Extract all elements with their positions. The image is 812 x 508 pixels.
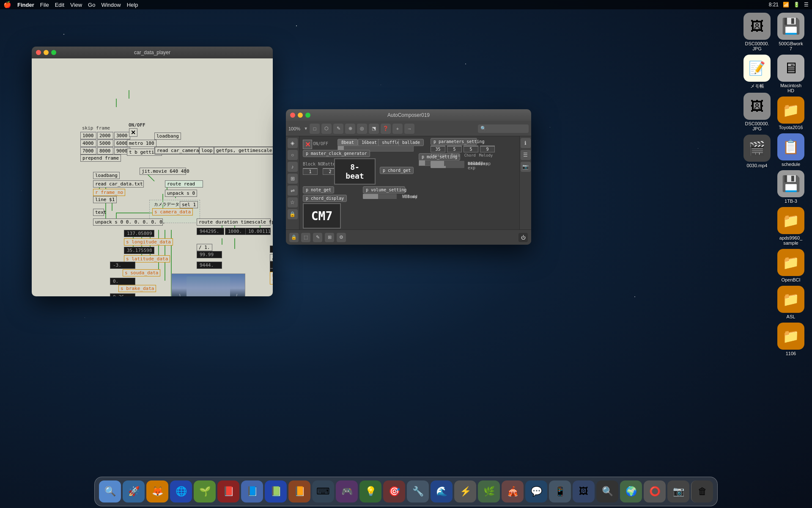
- num-8000[interactable]: 8000: [97, 147, 113, 155]
- dock-app18[interactable]: 💬: [525, 480, 547, 502]
- ac-nav-7[interactable]: 🔒: [288, 209, 298, 219]
- dock-app4[interactable]: 🌱: [194, 480, 216, 502]
- desktop-icon-asl[interactable]: 📁 ASL: [774, 286, 808, 319]
- ac-nav-1[interactable]: ◈: [288, 138, 298, 148]
- getfps[interactable]: getfps, gettimescale, getduration: [214, 146, 273, 155]
- div-0[interactable]: / 0.: [270, 254, 273, 261]
- params-setting[interactable]: p parameters_setting: [431, 138, 477, 145]
- num-2000[interactable]: 2000: [97, 132, 113, 139]
- minimize-button[interactable]: [44, 50, 49, 55]
- r-frame-no[interactable]: r frame_no: [93, 189, 125, 196]
- desktop-icon-500gb[interactable]: 💾 500GBwork7: [774, 13, 808, 51]
- dock-ie[interactable]: 🌐: [170, 480, 192, 502]
- ac-bottom-btn-3[interactable]: ✎: [313, 233, 322, 242]
- ac-close-button[interactable]: [290, 113, 295, 118]
- dock-app11[interactable]: 💡: [359, 480, 381, 502]
- ac-minimize-button[interactable]: [298, 113, 303, 118]
- s-brake[interactable]: s brake_data: [118, 285, 156, 292]
- dock-app7[interactable]: 📗: [265, 480, 287, 502]
- s-camera-data[interactable]: s camera_data: [152, 208, 193, 215]
- ac-right-btn-3[interactable]: 📷: [521, 162, 531, 172]
- chord-num[interactable]: 5: [464, 146, 478, 152]
- loadbang-top[interactable]: loadbang: [154, 133, 181, 140]
- dock-app10[interactable]: 🎮: [336, 480, 358, 502]
- view-menu[interactable]: View: [70, 2, 82, 8]
- ac-bottom-btn-2[interactable]: ⬚: [301, 233, 310, 242]
- ac-nav-6[interactable]: ☆: [288, 197, 298, 207]
- ac-tool-btn-8[interactable]: +: [392, 124, 403, 134]
- window-menu[interactable]: Window: [101, 2, 121, 8]
- tension-num[interactable]: 35: [431, 146, 445, 152]
- ac-tool-btn-7[interactable]: ❓: [381, 124, 391, 134]
- metro-100[interactable]: metro 100: [127, 140, 156, 147]
- dock-app6[interactable]: 📘: [241, 480, 263, 502]
- dock-app14[interactable]: 🌊: [431, 480, 453, 502]
- edit-menu[interactable]: Edit: [55, 2, 64, 8]
- ac-bottom-btn-5[interactable]: ⚙: [337, 233, 346, 242]
- desktop-icon-toyota[interactable]: 📁 Toyota2016: [774, 97, 808, 130]
- dock-firefox[interactable]: 🦊: [146, 480, 168, 502]
- dock-app22[interactable]: 🌍: [620, 480, 642, 502]
- finder-menu[interactable]: Finder: [17, 2, 34, 8]
- desktop-icon-macintosh[interactable]: 🖥 MacintoshHD: [774, 55, 808, 93]
- prepend-frame[interactable]: prepend frame: [80, 155, 121, 162]
- desktop-icon-1tb[interactable]: 💾 1TB-3: [774, 170, 808, 204]
- p-chord-display[interactable]: p chord_display: [303, 195, 347, 202]
- maximize-button[interactable]: [51, 50, 56, 55]
- ac-tool-btn-1[interactable]: □: [310, 124, 320, 134]
- ac-right-btn-1[interactable]: ℹ: [521, 138, 531, 148]
- desktop-icon-mp4[interactable]: 🎬 0030.mp4: [740, 135, 774, 168]
- num-4000[interactable]: 4000: [80, 139, 96, 147]
- p-chord-get[interactable]: p chord_get: [380, 167, 414, 174]
- dock-trash[interactable]: 🗑: [691, 480, 713, 502]
- num-1000[interactable]: 1000: [80, 132, 96, 139]
- master-clock-gen[interactable]: p master_clock_generator: [303, 150, 370, 157]
- dock-app17[interactable]: 🎪: [502, 480, 524, 502]
- ac-nav-5[interactable]: ⇌: [288, 185, 298, 196]
- beat-btn-16beat[interactable]: 16beat: [358, 139, 381, 146]
- text-obj[interactable]: text: [93, 209, 104, 216]
- ac-nav-4[interactable]: ⊞: [288, 174, 298, 184]
- loadbang-left[interactable]: loadbang: [93, 172, 120, 179]
- ac-tool-btn-2[interactable]: ⬡: [321, 124, 332, 134]
- ac-on-off-toggle[interactable]: ✕: [303, 140, 312, 149]
- ac-nav-2[interactable]: ○: [288, 150, 298, 160]
- vol-slider-drums[interactable]: Drums: [363, 194, 417, 199]
- help-menu[interactable]: Help: [127, 2, 138, 8]
- route-duration[interactable]: route duration timescale fps: [197, 218, 271, 226]
- ac-maximize-button[interactable]: [305, 113, 310, 118]
- ac-tool-btn-9[interactable]: →: [404, 124, 414, 134]
- dock-app19[interactable]: 📱: [549, 480, 571, 502]
- num-7000[interactable]: 7000: [80, 147, 96, 155]
- desktop-icon-dsc2[interactable]: 🖼 DSC00000.JPG: [740, 93, 774, 131]
- jit-movie[interactable]: jit.movie 640 480: [140, 168, 186, 175]
- bass-num[interactable]: 5: [447, 146, 462, 152]
- ac-search-box[interactable]: 🔍: [478, 124, 529, 133]
- dock-app12[interactable]: 🎯: [383, 480, 405, 502]
- dock-app8[interactable]: 📙: [288, 480, 310, 502]
- desktop-icon-schedule[interactable]: 📋 schedule: [774, 133, 808, 167]
- dock-app23[interactable]: ⭕: [644, 480, 666, 502]
- num-3000[interactable]: 3000: [114, 132, 130, 139]
- desktop-icon-apds[interactable]: 📁 apds9960_sample: [774, 207, 808, 246]
- dock-app16[interactable]: 🌿: [478, 480, 500, 502]
- dock-preview[interactable]: 🖼: [573, 480, 595, 502]
- dock-launchpad[interactable]: 🚀: [123, 480, 145, 502]
- block-no-val[interactable]: 1: [303, 168, 318, 175]
- ac-bottom-btn-4[interactable]: ⊞: [325, 233, 334, 242]
- beat-btn-8beat[interactable]: 8beat: [337, 139, 358, 146]
- route-read[interactable]: route read: [165, 180, 203, 188]
- apple-menu[interactable]: 🍎: [3, 1, 11, 8]
- volume-setting[interactable]: p volume_setting: [363, 186, 405, 193]
- dock-app24[interactable]: 📷: [667, 480, 689, 502]
- ac-tool-btn-6[interactable]: ⬔: [369, 124, 379, 134]
- slider-bass-exp[interactable]: bass exp: [431, 161, 493, 166]
- unpack-s0[interactable]: unpack s 0: [165, 190, 197, 197]
- p-note-get[interactable]: p note_get: [303, 186, 334, 193]
- s-souda[interactable]: s souda_data: [123, 269, 160, 276]
- ac-power-btn[interactable]: ⏻: [518, 233, 528, 242]
- unpack-main[interactable]: unpack s 0 0. 0. 0. 0. 0.: [93, 218, 163, 226]
- ac-bottom-btn-1[interactable]: 🔒: [289, 233, 299, 242]
- ac-tool-btn-5[interactable]: ◎: [357, 124, 367, 134]
- go-menu[interactable]: Go: [88, 2, 95, 8]
